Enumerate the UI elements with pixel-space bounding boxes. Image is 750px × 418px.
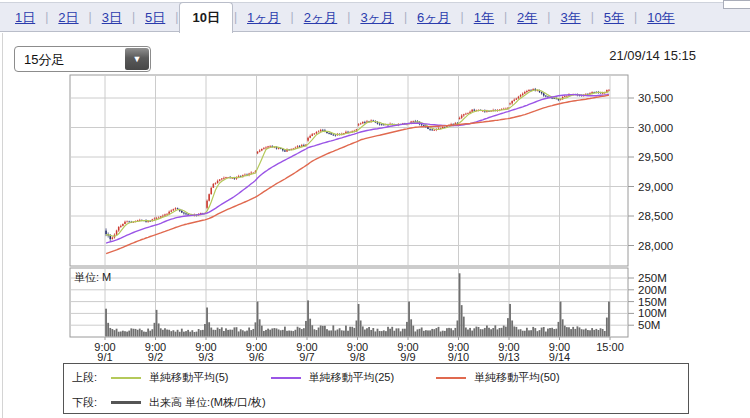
legend-upper-row: 上段: 単純移動平均(5) 単純移動平均(25) 単純移動平均(50) xyxy=(72,370,684,385)
svg-text:9/8: 9/8 xyxy=(350,351,365,363)
svg-text:9/9: 9/9 xyxy=(400,351,415,363)
svg-text:100M: 100M xyxy=(638,307,667,319)
ma25-swatch xyxy=(271,377,301,379)
svg-text:9/2: 9/2 xyxy=(148,351,163,363)
svg-text:150M: 150M xyxy=(638,296,667,308)
legend-box: 上段: 単純移動平均(5) 単純移動平均(25) 単純移動平均(50) 下段: … xyxy=(63,363,689,414)
svg-text:50M: 50M xyxy=(638,319,660,331)
price-volume-chart: 30,50030,00029,50029,00028,50028,000250M… xyxy=(0,0,750,418)
ma50-label: 単純移動平均(50) xyxy=(474,370,560,385)
volume-unit-label: 単位: M xyxy=(74,270,111,285)
ma25-label: 単純移動平均(25) xyxy=(309,370,395,385)
svg-text:250M: 250M xyxy=(638,272,667,284)
svg-text:9/10: 9/10 xyxy=(448,351,469,363)
legend-lower-label: 下段: xyxy=(72,395,97,410)
svg-text:30,500: 30,500 xyxy=(638,92,673,104)
svg-text:9/13: 9/13 xyxy=(498,351,519,363)
svg-text:28,500: 28,500 xyxy=(638,210,673,222)
volume-swatch xyxy=(111,401,141,404)
legend-upper-label: 上段: xyxy=(72,370,97,385)
legend-lower-row: 下段: 出来高 単位:(M株/口/枚) xyxy=(72,395,684,410)
ma50-swatch xyxy=(436,377,466,379)
svg-text:30,000: 30,000 xyxy=(638,122,673,134)
svg-text:9/1: 9/1 xyxy=(97,351,112,363)
svg-text:9/7: 9/7 xyxy=(299,351,314,363)
svg-text:9/3: 9/3 xyxy=(198,351,213,363)
svg-text:9/6: 9/6 xyxy=(249,351,264,363)
svg-text:9/14: 9/14 xyxy=(549,351,570,363)
volume-legend-label: 出来高 単位:(M株/口/枚) xyxy=(149,395,266,410)
ma5-label: 単純移動平均(5) xyxy=(149,370,228,385)
svg-text:29,000: 29,000 xyxy=(638,181,673,193)
svg-text:28,000: 28,000 xyxy=(638,240,673,252)
svg-text:200M: 200M xyxy=(638,284,667,296)
ma5-swatch xyxy=(111,377,141,379)
svg-text:15:00: 15:00 xyxy=(596,341,624,353)
svg-text:29,500: 29,500 xyxy=(638,151,673,163)
